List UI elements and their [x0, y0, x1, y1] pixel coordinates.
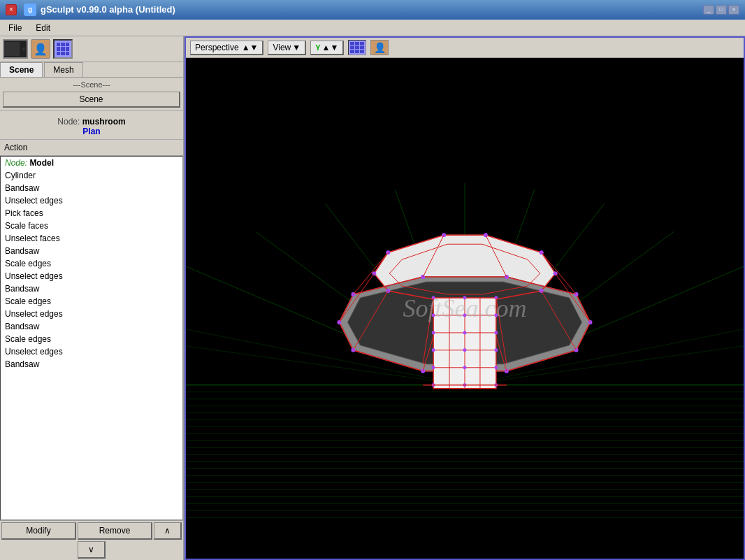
up-arrow-button[interactable]: ∧: [154, 522, 182, 540]
tab-mesh[interactable]: Mesh: [44, 62, 82, 77]
viewport-avatar-button[interactable]: 👤: [370, 40, 389, 55]
menu-edit[interactable]: Edit: [30, 22, 56, 34]
grid-cell-4: [57, 47, 60, 50]
action-list-item[interactable]: Unselect edges: [1, 308, 182, 320]
minimize-button[interactable]: _: [703, 5, 714, 15]
tab-scene[interactable]: Scene: [0, 62, 43, 77]
grid-cell-3: [66, 43, 69, 46]
action-list-item[interactable]: Bandsaw: [1, 245, 182, 257]
modify-button[interactable]: Modify: [1, 522, 76, 540]
avatar-icon: 👤: [34, 43, 48, 56]
grid-button[interactable]: [53, 39, 73, 59]
avatar-button[interactable]: 👤: [31, 39, 50, 59]
right-panel: Perspective ▲▼ View ▼ Y ▲▼: [185, 36, 745, 560]
action-list-item[interactable]: Cylinder: [1, 169, 182, 182]
action-list-item[interactable]: Scale edges: [1, 333, 182, 345]
toolbar: ▼ 👤: [0, 36, 183, 62]
grid-cell-1: [57, 43, 60, 46]
svg-point-51: [421, 275, 425, 279]
svg-point-86: [463, 331, 467, 334]
bottom-row-1: Modify Remove ∧: [1, 522, 182, 540]
perspective-select[interactable]: Perspective ▲▼: [190, 41, 263, 55]
node-info: Node: mushroom Plan: [0, 111, 183, 140]
svg-point-88: [432, 348, 435, 352]
grid-cell-5: [61, 47, 64, 50]
down-arrow-button[interactable]: ∨: [78, 541, 106, 559]
color-arrow-icon: ▼: [21, 46, 27, 52]
grid-cell-9: [66, 52, 69, 55]
action-list-item[interactable]: Scale faces: [1, 220, 182, 232]
action-list-item[interactable]: Bandsaw: [1, 358, 182, 371]
action-section: Action Node: ModelCylinderBandsawUnselec…: [0, 140, 183, 520]
node-name: mushroom: [82, 117, 126, 127]
viewport-grid-button[interactable]: [348, 40, 366, 55]
color-swatch-button[interactable]: ▼: [3, 39, 28, 59]
viewport-toolbar: Perspective ▲▼ View ▼ Y ▲▼: [186, 38, 744, 58]
scene-section: ---Scene--- Scene: [0, 78, 183, 111]
grid-cell-8: [61, 52, 64, 55]
close-window-button[interactable]: ×: [728, 5, 739, 15]
close-button[interactable]: ×: [6, 4, 17, 15]
action-list-item[interactable]: Bandsaw: [1, 320, 182, 333]
svg-point-80: [463, 296, 467, 300]
bottom-row-2: ∨: [1, 541, 182, 559]
action-list-item[interactable]: Bandsaw: [1, 282, 182, 295]
action-list[interactable]: Node: ModelCylinderBandsawUnselect edges…: [0, 156, 183, 520]
svg-point-92: [463, 366, 467, 369]
node-label: Node:: [57, 117, 80, 127]
axis-select[interactable]: Y ▲▼: [310, 41, 344, 55]
window-controls: _ □ ×: [703, 5, 739, 15]
scene-section-title: ---Scene---: [3, 80, 180, 89]
tabs: Scene Mesh: [0, 62, 183, 78]
action-list-item[interactable]: Scale edges: [1, 257, 182, 270]
grid-cell-7: [57, 52, 60, 55]
perspective-arrow-icon: ▲▼: [242, 43, 259, 52]
svg-point-83: [463, 313, 467, 317]
left-panel: ▼ 👤 Scene Mesh ---Scene--: [0, 36, 185, 560]
color-swatch: [4, 42, 20, 56]
node-info-line: Node: mushroom: [3, 117, 180, 127]
svg-point-52: [505, 275, 509, 279]
grid-cell-2: [61, 43, 64, 46]
svg-point-87: [494, 331, 498, 334]
scene-button[interactable]: Scene: [3, 92, 180, 108]
svg-point-91: [432, 366, 435, 369]
close-icon: ×: [9, 6, 13, 13]
perspective-label: Perspective: [195, 43, 239, 52]
maximize-button[interactable]: □: [716, 5, 727, 15]
view-arrow-icon: ▼: [292, 43, 301, 52]
svg-point-85: [432, 331, 435, 334]
view-label: View: [273, 43, 291, 52]
bottom-buttons: Modify Remove ∧ ∨: [0, 520, 183, 560]
plan-link[interactable]: Plan: [3, 127, 180, 136]
action-list-item[interactable]: Unselect edges: [1, 194, 182, 207]
viewport-svg: [186, 58, 744, 559]
grid-cell-6: [66, 47, 69, 50]
viewport-avatar-icon: 👤: [374, 42, 386, 53]
svg-point-89: [463, 348, 467, 352]
view-select[interactable]: View ▼: [268, 41, 306, 55]
action-list-item[interactable]: Pick faces: [1, 207, 182, 220]
viewport-3d[interactable]: SoftSea.com: [186, 58, 744, 559]
title-bar: × g gSculpt v0.99.0 alpha (Untitled) _ □…: [0, 0, 745, 20]
action-list-item[interactable]: Unselect faces: [1, 232, 182, 245]
axis-label: Y: [315, 43, 320, 52]
action-list-item[interactable]: Unselect edges: [1, 345, 182, 358]
remove-button[interactable]: Remove: [78, 522, 152, 540]
menu-bar: File Edit: [0, 20, 745, 36]
svg-point-84: [494, 313, 498, 317]
svg-point-93: [494, 366, 498, 369]
axis-arrow-icon: ▲▼: [322, 43, 339, 52]
action-list-item[interactable]: Bandsaw: [1, 182, 182, 194]
action-list-item[interactable]: Unselect edges: [1, 270, 182, 282]
menu-file[interactable]: File: [3, 22, 27, 34]
main-content: ▼ 👤 Scene Mesh ---Scene--: [0, 36, 745, 560]
app-icon: g: [24, 3, 36, 16]
svg-point-90: [494, 348, 498, 352]
window-title: gSculpt v0.99.0 alpha (Untitled): [41, 4, 175, 15]
svg-point-82: [432, 313, 435, 317]
action-list-item[interactable]: Node: Model: [1, 157, 182, 169]
action-list-item[interactable]: Scale edges: [1, 295, 182, 308]
action-header: Action: [0, 140, 183, 156]
